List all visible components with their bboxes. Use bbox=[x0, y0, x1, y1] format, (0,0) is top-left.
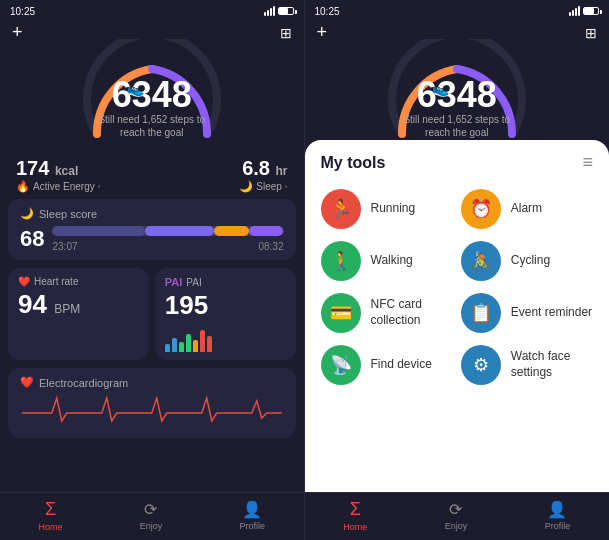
walking-icon: 🚶 bbox=[330, 250, 352, 272]
ecg-svg-left bbox=[20, 393, 284, 428]
sleep-bar-left bbox=[52, 226, 283, 236]
pai-bars-left bbox=[165, 322, 286, 352]
find-icon-circle: 📡 bbox=[321, 345, 361, 385]
event-icon: 📋 bbox=[470, 302, 492, 324]
steps-value-left: 6348 bbox=[112, 77, 192, 113]
sleep-unit-left: hr bbox=[276, 164, 288, 178]
pai-value-left: 195 bbox=[165, 290, 208, 320]
status-icons-left bbox=[264, 6, 294, 16]
sleep-stat-left: 6.8 hr 🌙 Sleep › bbox=[239, 157, 287, 193]
ecg-icon-left: ❤️ bbox=[20, 376, 34, 389]
footsteps-icon-right: 👟 bbox=[432, 81, 449, 97]
tool-cycling[interactable]: 🚴 Cycling bbox=[461, 241, 593, 281]
watchface-label: Watch face settings bbox=[511, 349, 593, 380]
add-button-left[interactable]: + bbox=[12, 22, 23, 43]
running-icon-circle: 🏃 bbox=[321, 189, 361, 229]
add-button-right[interactable]: + bbox=[317, 22, 328, 43]
bottom-nav-left: Σ Home ⟳ Enjoy 👤 Profile bbox=[0, 492, 304, 540]
watchface-icon-circle: ⚙ bbox=[461, 345, 501, 385]
running-label: Running bbox=[371, 201, 416, 217]
stats-row-left: 174 kcal 🔥 Active Energy › 6.8 hr 🌙 Slee… bbox=[0, 153, 304, 195]
status-icons-right bbox=[569, 6, 599, 16]
steps-circle-right: 👟 6348 Still need 1,652 steps to reach t… bbox=[305, 47, 610, 153]
nav-home-left[interactable]: Σ Home bbox=[39, 499, 63, 532]
energy-label-left[interactable]: 🔥 Active Energy › bbox=[16, 180, 100, 193]
energy-stat-left: 174 kcal 🔥 Active Energy › bbox=[16, 157, 100, 193]
home-icon-left: Σ bbox=[45, 499, 56, 520]
tool-running[interactable]: 🏃 Running bbox=[321, 189, 453, 229]
nav-enjoy-left[interactable]: ⟳ Enjoy bbox=[140, 500, 163, 531]
battery-left bbox=[278, 7, 294, 15]
alarm-icon: ⏰ bbox=[470, 198, 492, 220]
find-label: Find device bbox=[371, 357, 432, 373]
enjoy-icon-right: ⟳ bbox=[449, 500, 462, 519]
heart-label-left: Heart rate bbox=[34, 276, 78, 287]
ecg-label-left: Electrocardiogram bbox=[39, 377, 128, 389]
energy-unit-left: kcal bbox=[55, 164, 78, 178]
nfc-icon: 💳 bbox=[330, 302, 352, 324]
energy-value-left: 174 bbox=[16, 157, 49, 179]
heart-unit-left: BPM bbox=[54, 302, 80, 316]
running-icon: 🏃 bbox=[330, 198, 352, 220]
find-icon: 📡 bbox=[330, 354, 352, 376]
tool-find[interactable]: 📡 Find device bbox=[321, 345, 453, 385]
nfc-icon-circle: 💳 bbox=[321, 293, 361, 333]
tool-event[interactable]: 📋 Event reminder bbox=[461, 293, 593, 333]
pai-card-left: PAI PAI 195 bbox=[155, 268, 296, 360]
home-icon-right: Σ bbox=[350, 499, 361, 520]
moon-icon-sleep-left: 🌙 bbox=[20, 207, 34, 220]
signal-left bbox=[264, 6, 275, 16]
time-left: 10:25 bbox=[10, 6, 35, 17]
watchface-icon: ⚙ bbox=[473, 354, 489, 376]
fire-icon-left: 🔥 bbox=[16, 180, 30, 193]
status-bar-right: 10:25 bbox=[305, 0, 610, 20]
footsteps-icon-left: 👟 bbox=[127, 81, 144, 97]
tool-alarm[interactable]: ⏰ Alarm bbox=[461, 189, 593, 229]
time-right: 10:25 bbox=[315, 6, 340, 17]
tools-title: My tools bbox=[321, 154, 386, 172]
nav-profile-right[interactable]: 👤 Profile bbox=[545, 500, 571, 531]
cycling-icon-circle: 🚴 bbox=[461, 241, 501, 281]
tools-header: My tools ≡ bbox=[305, 140, 610, 181]
status-bar-left: 10:25 bbox=[0, 0, 304, 20]
bottom-nav-right: Σ Home ⟳ Enjoy 👤 Profile bbox=[305, 492, 610, 540]
right-panel: 10:25 + ⊞ 👟 6348 Still need bbox=[305, 0, 610, 540]
walking-icon-circle: 🚶 bbox=[321, 241, 361, 281]
steps-value-right: 6348 bbox=[417, 77, 497, 113]
steps-subtitle-left: Still need 1,652 steps to reach the goal bbox=[97, 113, 207, 139]
sleep-end-left: 08:32 bbox=[258, 241, 283, 252]
tools-menu-icon[interactable]: ≡ bbox=[582, 152, 593, 173]
sleep-label-left[interactable]: 🌙 Sleep › bbox=[239, 180, 287, 193]
metrics-row-left: ❤️ Heart rate 94 BPM PAI PAI 195 bbox=[8, 268, 296, 360]
tool-walking[interactable]: 🚶 Walking bbox=[321, 241, 453, 281]
steps-subtitle-right: Still need 1,652 steps to reach the goal bbox=[402, 113, 512, 139]
heart-rate-card-left: ❤️ Heart rate 94 BPM bbox=[8, 268, 149, 360]
grid-button-right[interactable]: ⊞ bbox=[585, 25, 597, 41]
left-panel: 10:25 + ⊞ 👟 bbox=[0, 0, 304, 540]
tool-nfc[interactable]: 💳 NFC card collection bbox=[321, 293, 453, 333]
nav-enjoy-right[interactable]: ⟳ Enjoy bbox=[445, 500, 468, 531]
alarm-label: Alarm bbox=[511, 201, 542, 217]
alarm-icon-circle: ⏰ bbox=[461, 189, 501, 229]
ecg-section-left: ❤️ Electrocardiogram bbox=[8, 368, 296, 438]
pai-logo-left: PAI bbox=[165, 276, 183, 288]
event-icon-circle: 📋 bbox=[461, 293, 501, 333]
nfc-label: NFC card collection bbox=[371, 297, 453, 328]
grid-button-left[interactable]: ⊞ bbox=[280, 25, 292, 41]
tools-grid: 🏃 Running ⏰ Alarm 🚶 Walking bbox=[305, 181, 610, 397]
steps-circle-left: 👟 6348 Still need 1,652 steps to reach t… bbox=[0, 47, 304, 153]
pai-label-left: PAI bbox=[186, 277, 201, 288]
sleep-score-label-left: Sleep score bbox=[39, 208, 97, 220]
signal-right bbox=[569, 6, 580, 16]
sleep-score-value-left: 68 bbox=[20, 226, 44, 252]
walking-label: Walking bbox=[371, 253, 413, 269]
tools-overlay: My tools ≡ 🏃 Running ⏰ Alarm 🚶 bbox=[305, 140, 610, 540]
nav-profile-left[interactable]: 👤 Profile bbox=[239, 500, 265, 531]
sleep-value-left: 6.8 bbox=[242, 157, 270, 179]
battery-right bbox=[583, 7, 599, 15]
tool-watchface[interactable]: ⚙ Watch face settings bbox=[461, 345, 593, 385]
sleep-start-left: 23:07 bbox=[52, 241, 77, 252]
nav-home-right[interactable]: Σ Home bbox=[343, 499, 367, 532]
moon-icon-left: 🌙 bbox=[239, 180, 253, 193]
profile-icon-left: 👤 bbox=[242, 500, 262, 519]
